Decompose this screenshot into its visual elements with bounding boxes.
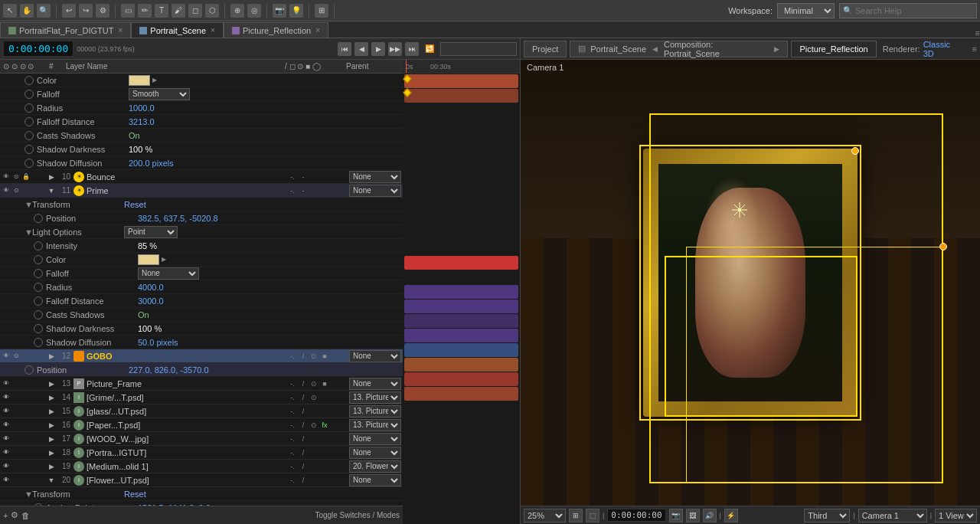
playhead[interactable] [406,60,407,73]
timeline-track-bounce[interactable] [404,74,518,88]
play-pause-btn[interactable]: ▶ [371,42,385,56]
layer-19-eye[interactable]: 👁 [2,462,11,471]
bounce-shadow-darkness-stopwatch[interactable] [24,145,34,154]
layer-14-expand[interactable]: ▶ [46,392,57,403]
zoom-select[interactable]: 25% 50% 100% [524,509,566,522]
layer-18-eye[interactable]: 👁 [2,448,11,457]
panel-menu-btn[interactable]: ≡ [975,28,980,38]
layer-17-sw1[interactable]: -. [288,434,297,444]
prime-color-swatch[interactable] [138,254,159,265]
timeline-track-gobo[interactable] [404,256,518,270]
light-tool-icon[interactable]: 💡 [289,4,303,18]
bounce-falloff-dist-stopwatch[interactable] [24,117,34,126]
layer-row-11[interactable]: 👁 ⊙ ▼ 11 ☀ Prime -. - [0,184,403,198]
bounce-color-swatch[interactable] [129,75,150,86]
camera-select[interactable]: Camera 1 [858,509,927,522]
proj-tab-project[interactable]: Project [524,41,567,57]
timeline-track-18[interactable] [404,358,518,372]
timeline-track-19[interactable] [404,372,518,386]
layer-12-eye[interactable]: 👁 [2,352,11,361]
undo-icon[interactable]: ↩ [62,4,76,18]
pixel-aspect-btn[interactable]: ⬚ [586,509,599,522]
layer-16-sw2[interactable]: / [299,421,308,430]
layer-19-solo[interactable] [11,462,21,471]
layer-15-sw1[interactable]: -. [288,407,297,416]
prime-radius-stopwatch[interactable] [34,283,43,292]
text-tool-icon[interactable]: T [155,4,168,18]
bounce-radius-value[interactable]: 1000.0 [129,103,155,113]
layer-19-parent-select[interactable]: 20. Flower_W [349,460,401,473]
layer-12-lock[interactable] [21,352,31,361]
prime-radius-value[interactable]: 4000.0 [138,283,164,292]
rect-tool-icon[interactable]: ▭ [121,4,135,18]
layer-10-sw1[interactable]: -. [288,172,297,182]
search-input[interactable] [855,6,962,15]
layer-16-expand[interactable]: ▶ [46,420,57,431]
layer-17-expand[interactable]: ▶ [46,434,57,444]
layer-13-lock[interactable] [21,379,31,388]
add-layer-btn[interactable]: + [3,511,8,520]
layer-20-expand[interactable]: ▼ [46,475,57,486]
prev-frame-btn[interactable]: ◀ [354,42,368,56]
prime-transform-toggle[interactable]: ▼ [24,200,32,209]
layer-14-eye[interactable]: 👁 [2,393,11,402]
layer-settings-btn[interactable]: ⚙ [11,510,18,520]
viewer-timecode[interactable]: 0:00:00:00 [607,509,665,522]
layer-search-input[interactable] [440,42,517,56]
layer-row-18[interactable]: 👁 ▶ 18 I [Portra...IGTUT] -. / [0,446,403,460]
layer-11-solo[interactable]: ⊙ [11,186,21,195]
layer-13-expand[interactable]: ▶ [46,378,57,389]
layer-14-sw3[interactable]: ⊙ [309,393,318,402]
layer-11-eye[interactable]: 👁 [2,186,11,195]
toggle-switches-label[interactable]: Toggle Switches / Modes [315,511,400,519]
select-tool-icon[interactable]: ↖ [3,4,17,18]
layer-13-eye[interactable]: 👁 [2,379,11,388]
timeline-track-17[interactable] [404,343,518,357]
layer-row-19[interactable]: 👁 ▶ 19 I [Medium...olid 1] -. / [0,460,403,473]
layer-16-parent-select[interactable]: 13. Picture_F [349,419,401,431]
layer-18-expand[interactable]: ▶ [46,447,57,458]
bounce-shadow-darkness-value[interactable]: 100 % [129,145,152,154]
layer-row-13[interactable]: 👁 ▶ 13 P Picture_Frame -. / [0,377,403,391]
handle-tr[interactable] [851,147,859,155]
shape-tool-icon[interactable]: ⬡ [205,4,219,18]
layer-row-17[interactable]: 👁 ▶ 17 I [WOOD_W...jpg] -. / [0,432,403,446]
layer-13-sw4[interactable]: ■ [320,379,329,388]
timeline-track-14[interactable] [404,300,518,313]
layer-20-transform-reset[interactable]: Reset [124,490,146,499]
timeline-track-13[interactable] [404,285,518,299]
layer-17-solo[interactable] [11,434,21,444]
tab-portraitflat[interactable]: PortraitFlat_For_DIGTUT × [0,22,131,38]
prime-transform-reset[interactable]: Reset [124,200,146,209]
prime-shadows-value[interactable]: On [138,310,149,319]
tab-close-portraitflat[interactable]: × [118,26,122,34]
layer-row-12[interactable]: 👁 ⊙ ▶ 12 GOBO -. / ⊙ ■ [0,349,403,363]
layer-10-solo[interactable]: ⊙ [11,172,21,182]
layer-15-eye[interactable]: 👁 [2,407,11,416]
prime-falloff-select[interactable]: None Smooth [138,267,199,280]
snapshot-btn[interactable]: 📷 [669,509,683,522]
hand-tool-icon[interactable]: ✋ [20,4,34,18]
show-snapshot-btn[interactable]: 🖼 [686,509,700,522]
layer-18-sw2[interactable]: / [299,448,308,457]
puppet-tool-icon[interactable]: ⊕ [230,4,244,18]
settings-icon[interactable]: ⚙ [96,4,109,18]
layer-20-solo[interactable] [11,476,21,485]
prime-light-type-select[interactable]: Point Spot Ambient [124,226,178,238]
prime-light-options-toggle[interactable]: ▼ [24,228,32,237]
layer-18-parent-select[interactable]: None [349,447,401,459]
layer-18-solo[interactable] [11,448,21,457]
timeline-track-20[interactable] [404,387,518,401]
layer-16-sw1[interactable]: -. [288,421,297,430]
bounce-shadows-stopwatch[interactable] [24,131,34,140]
prime-pos-stopwatch[interactable] [34,214,43,223]
layer-10-eye[interactable]: 👁 [2,172,11,182]
loop-icon[interactable]: 🔁 [425,44,434,53]
layer-17-sw2[interactable]: / [299,434,308,444]
bounce-color-stopwatch[interactable] [24,76,34,85]
prime-intensity-stopwatch[interactable] [34,241,43,251]
layer-20-parent-select[interactable]: None [349,474,401,486]
layer-12-position-value[interactable]: 227.0, 826.0, -3570.0 [129,365,209,375]
layer-14-parent-select[interactable]: 13. Picture_F [349,391,401,404]
prime-shadow-diffusion-stopwatch[interactable] [34,338,43,347]
